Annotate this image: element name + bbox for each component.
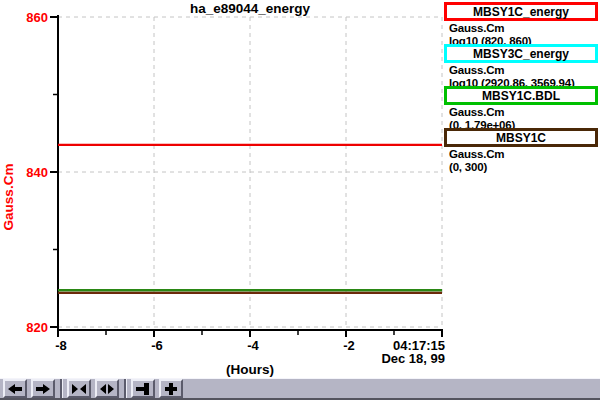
legend-entry: MBSY1C Gauss.Cm (0, 300) (444, 128, 598, 173)
legend-curve-button[interactable]: MBSY3C_energy (444, 44, 598, 63)
legend-entry: MBSY1C_energy Gauss.Cm log10 (820, 860) (444, 2, 598, 47)
pan-zoom-toolbar (0, 378, 600, 400)
striptool-window: 820840860-8-6-4-204:17:15Dec 18, 99ha_e8… (0, 0, 600, 400)
legend-curve-button[interactable]: MBSY1C (444, 128, 598, 147)
x-tick-label: -6 (151, 338, 163, 353)
x-axis-title: (Hours) (226, 362, 274, 377)
x-axis-date-label: Dec 18, 99 (381, 351, 445, 366)
legend-unit-label: Gauss.Cm (444, 149, 598, 161)
zoom-in-time-button[interactable] (67, 379, 91, 398)
y-tick-label: 820 (26, 320, 48, 335)
collapse-horizontal-icon (72, 383, 86, 395)
pan-to-end-icon (136, 383, 150, 395)
expand-horizontal-icon (100, 383, 114, 395)
toolbar-separator (124, 379, 127, 398)
arrow-left-icon (8, 383, 22, 395)
legend-entry: MBSY1C.BDL Gauss.Cm (0, 1.79e+06) (444, 86, 598, 131)
y-tick-label: 860 (26, 10, 48, 25)
x-tick-label: -8 (55, 338, 67, 353)
toolbar-separator (60, 379, 63, 398)
x-tick-label: -2 (343, 338, 355, 353)
pan-to-latest-button[interactable] (131, 379, 155, 398)
add-button[interactable] (159, 379, 183, 398)
pan-left-button[interactable] (3, 379, 27, 398)
legend-curve-button[interactable]: MBSY1C_energy (444, 2, 598, 21)
legend-unit-label: Gauss.Cm (444, 23, 598, 35)
legend-entry: MBSY3C_energy Gauss.Cm log10 (2920.86, 3… (444, 44, 598, 89)
legend-curve-button[interactable]: MBSY1C.BDL (444, 86, 598, 105)
chart-title: ha_e89044_energy (190, 1, 311, 16)
pan-right-button[interactable] (31, 379, 55, 398)
zoom-out-time-button[interactable] (95, 379, 119, 398)
legend-unit-label: Gauss.Cm (444, 65, 598, 77)
x-tick-label: -4 (247, 338, 259, 353)
legend-range-label: (0, 300) (444, 162, 598, 174)
legend-unit-label: Gauss.Cm (444, 107, 598, 119)
arrow-right-icon (36, 383, 50, 395)
y-axis-title: Gauss.Cm (1, 164, 16, 231)
y-tick-label: 840 (26, 165, 48, 180)
plus-icon (164, 383, 178, 395)
